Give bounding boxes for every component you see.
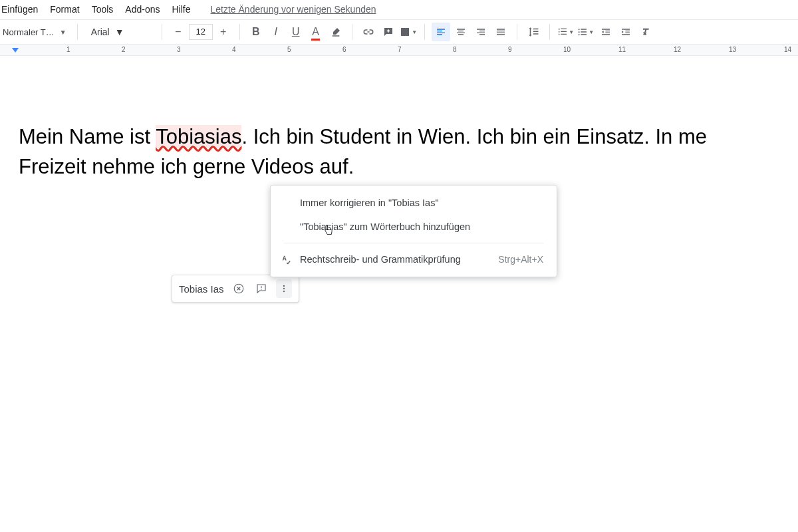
indent-marker-icon[interactable] xyxy=(12,48,19,53)
comment-alert-icon xyxy=(255,283,267,295)
align-center-button[interactable] xyxy=(452,23,470,41)
clear-formatting-icon xyxy=(640,27,651,37)
ruler-tick: 9 xyxy=(508,46,512,53)
line-spacing-button[interactable] xyxy=(524,23,543,41)
menu-format[interactable]: Format xyxy=(50,4,79,15)
ruler-tick: 13 xyxy=(729,46,736,53)
italic-button[interactable]: I xyxy=(267,23,285,41)
separator xyxy=(517,24,517,40)
caret-down-icon: ▼ xyxy=(115,27,124,37)
menu-shortcut: Strg+Alt+X xyxy=(498,254,543,265)
toolbar: Normaler T… ▼ Arial ▼ − 12 + B I U A ▼ xyxy=(0,19,798,45)
menu-insert[interactable]: Einfügen xyxy=(1,4,38,15)
insert-link-button[interactable] xyxy=(359,23,378,41)
svg-point-4 xyxy=(283,291,284,292)
line-spacing-icon xyxy=(527,26,539,38)
add-comment-button[interactable] xyxy=(379,23,398,41)
decrease-font-size-button[interactable]: − xyxy=(169,23,188,41)
align-center-icon xyxy=(456,27,466,37)
ruler-tick: 3 xyxy=(177,46,181,53)
more-options-button[interactable] xyxy=(276,279,292,298)
align-right-icon xyxy=(475,27,486,37)
ruler[interactable]: 1 2 3 4 5 6 7 8 9 10 11 12 13 14 xyxy=(0,45,798,56)
increase-font-size-button[interactable]: + xyxy=(214,23,233,41)
font-size-input[interactable]: 12 xyxy=(189,24,213,40)
svg-point-3 xyxy=(283,288,284,289)
underline-button[interactable]: U xyxy=(287,23,305,41)
last-edit-link[interactable]: Letzte Änderung vor wenigen Sekunden xyxy=(210,4,376,15)
suggestion-text[interactable]: Tobias Ias xyxy=(179,283,224,295)
image-icon xyxy=(399,26,411,38)
comment-plus-icon xyxy=(382,26,394,38)
menu-spell-grammar-check[interactable]: Rechtschreib- und Grammatikprüfung Strg+… xyxy=(271,247,557,271)
ruler-tick: 5 xyxy=(287,46,291,53)
menubar: Einfügen Format Tools Add-ons Hilfe Letz… xyxy=(0,0,798,19)
dismiss-suggestion-button[interactable] xyxy=(231,281,247,297)
menu-divider xyxy=(284,243,543,243)
insert-image-button[interactable]: ▼ xyxy=(399,23,418,41)
align-left-icon xyxy=(436,27,446,37)
menu-addons[interactable]: Add-ons xyxy=(125,4,160,15)
spellcheck-suggestion-bubble: Tobias Ias xyxy=(172,275,299,303)
ruler-tick: 12 xyxy=(674,46,681,53)
font-family-label: Arial xyxy=(91,27,110,37)
bold-button[interactable]: B xyxy=(247,23,265,41)
spellcheck-icon xyxy=(280,253,292,265)
align-justify-button[interactable] xyxy=(491,23,510,41)
menu-item-label: "Tobiasias" zum Wörterbuch hinzufügen xyxy=(300,221,470,232)
feedback-button[interactable] xyxy=(253,281,269,297)
ruler-tick: 10 xyxy=(563,46,571,53)
text-run: Mein Name ist xyxy=(19,125,156,148)
link-icon xyxy=(362,26,374,38)
menu-tools[interactable]: Tools xyxy=(92,4,114,15)
align-left-button[interactable] xyxy=(432,23,450,41)
highlighter-icon xyxy=(331,27,341,37)
decrease-indent-icon xyxy=(600,27,611,37)
text-run: Freizeit nehme ich gerne Videos auf. xyxy=(19,155,354,178)
separator xyxy=(162,24,162,40)
align-right-button[interactable] xyxy=(471,23,490,41)
separator xyxy=(352,24,352,40)
ruler-tick: 7 xyxy=(398,46,402,53)
ruler-tick: 4 xyxy=(232,46,236,53)
align-justify-icon xyxy=(495,27,506,37)
separator xyxy=(239,24,240,40)
numbered-list-icon xyxy=(557,27,568,37)
increase-indent-button[interactable] xyxy=(616,23,635,41)
text-color-button[interactable]: A xyxy=(307,23,325,41)
decrease-indent-button[interactable] xyxy=(597,23,615,41)
caret-down-icon: ▼ xyxy=(60,29,66,36)
paragraph-style-select[interactable]: Normaler T… ▼ xyxy=(3,27,70,37)
menu-item-label: Rechtschreib- und Grammatikprüfung xyxy=(300,254,461,265)
ruler-tick: 11 xyxy=(618,46,626,53)
kebab-icon xyxy=(279,284,289,293)
document-body[interactable]: Mein Name ist Tobiasias. Ich bin Student… xyxy=(0,122,798,182)
bulleted-list-icon xyxy=(577,27,588,37)
svg-point-2 xyxy=(283,285,284,287)
separator xyxy=(424,24,425,40)
separator xyxy=(549,24,550,40)
menu-item-label: Immer korrigieren in "Tobias Ias" xyxy=(300,198,439,208)
ruler-tick: 2 xyxy=(122,46,126,53)
ruler-tick: 6 xyxy=(342,46,346,53)
close-circle-icon xyxy=(233,283,245,295)
bulleted-list-button[interactable]: ▼ xyxy=(577,23,595,41)
increase-indent-icon xyxy=(620,27,631,37)
spellcheck-context-menu: Immer korrigieren in "Tobias Ias" "Tobia… xyxy=(270,185,557,277)
misspelled-word[interactable]: Tobiasias xyxy=(156,125,241,148)
document-page[interactable]: Tobias Ias Immer korrigieren in "Tobias … xyxy=(0,56,798,532)
separator xyxy=(77,24,78,40)
numbered-list-button[interactable]: ▼ xyxy=(557,23,575,41)
svg-point-1 xyxy=(261,289,261,290)
paragraph-style-label: Normaler T… xyxy=(3,27,55,37)
ruler-tick: 8 xyxy=(453,46,457,53)
ruler-tick: 1 xyxy=(66,46,70,53)
ruler-tick: 14 xyxy=(784,46,791,53)
text-run: . Ich bin Student in Wien. Ich bin ein E… xyxy=(241,125,707,148)
menu-help[interactable]: Hilfe xyxy=(172,4,190,15)
clear-formatting-button[interactable] xyxy=(636,23,655,41)
menu-add-to-dictionary[interactable]: "Tobiasias" zum Wörterbuch hinzufügen xyxy=(271,215,557,239)
highlight-button[interactable] xyxy=(327,23,345,41)
font-family-select[interactable]: Arial ▼ xyxy=(84,27,155,37)
menu-always-correct[interactable]: Immer korrigieren in "Tobias Ias" xyxy=(271,191,557,215)
